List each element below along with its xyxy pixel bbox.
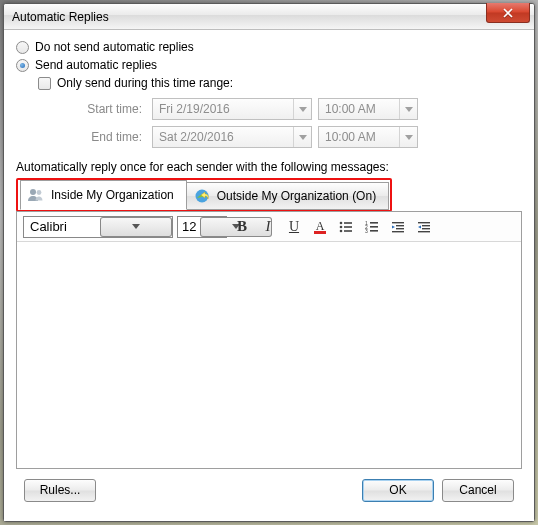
svg-rect-18 — [396, 225, 404, 226]
radio-no-send[interactable]: Do not send automatic replies — [16, 40, 522, 54]
chevron-down-icon — [100, 217, 172, 237]
tabs-highlight-box: Inside My Organization Outside My Organi… — [16, 178, 392, 212]
end-date-value: Sat 2/20/2016 — [153, 130, 293, 144]
svg-rect-17 — [392, 222, 404, 223]
underline-button[interactable]: U — [283, 216, 305, 238]
tab-inside-org[interactable]: Inside My Organization — [20, 180, 187, 210]
end-time-label: End time: — [76, 130, 146, 144]
tab-outside-label: Outside My Organization (On) — [217, 189, 376, 203]
font-family-value: Calibri — [24, 219, 100, 234]
svg-rect-19 — [396, 228, 404, 229]
bold-button[interactable]: B — [231, 216, 253, 238]
tabs: Inside My Organization Outside My Organi… — [20, 182, 388, 210]
svg-point-7 — [340, 225, 343, 228]
titlebar[interactable]: Automatic Replies — [4, 4, 534, 30]
svg-text:3: 3 — [365, 228, 368, 234]
client-area: Do not send automatic replies Send autom… — [4, 30, 534, 521]
font-size-value: 12 — [178, 219, 200, 234]
message-body-editor[interactable] — [17, 242, 521, 468]
svg-rect-22 — [422, 225, 430, 226]
end-time-combo[interactable]: 10:00 AM — [318, 126, 418, 148]
chevron-down-icon — [399, 99, 417, 119]
close-button[interactable] — [486, 3, 530, 23]
globe-reply-icon — [193, 187, 211, 205]
cancel-button[interactable]: Cancel — [442, 479, 514, 502]
radio-icon — [16, 41, 29, 54]
chevron-down-icon — [399, 127, 417, 147]
radio-icon — [16, 59, 29, 72]
italic-button[interactable]: I — [257, 216, 279, 238]
svg-text:A: A — [316, 219, 325, 233]
editor-panel: Calibri 12 B I U A — [16, 211, 522, 469]
tab-outside-org[interactable]: Outside My Organization (On) — [186, 182, 389, 210]
radio-send-label: Send automatic replies — [35, 58, 157, 72]
cancel-button-label: Cancel — [459, 483, 496, 497]
ok-button-label: OK — [389, 483, 406, 497]
window-title: Automatic Replies — [12, 10, 109, 24]
increase-indent-button[interactable] — [413, 216, 435, 238]
checkbox-time-range-label: Only send during this time range: — [57, 76, 233, 90]
svg-rect-20 — [392, 231, 404, 232]
rules-button-label: Rules... — [40, 483, 81, 497]
number-list-button[interactable]: 1 2 3 — [361, 216, 383, 238]
indent-icon — [416, 219, 432, 235]
font-color-icon: A — [312, 219, 328, 235]
svg-rect-21 — [418, 222, 430, 223]
people-icon — [27, 186, 45, 204]
end-time-value: 10:00 AM — [319, 130, 399, 144]
chevron-down-icon — [293, 127, 311, 147]
dialog-footer: Rules... OK Cancel — [16, 469, 522, 511]
svg-point-9 — [340, 229, 343, 232]
radio-send[interactable]: Send automatic replies — [16, 58, 522, 72]
svg-rect-10 — [344, 230, 352, 232]
section-label: Automatically reply once for each sender… — [16, 160, 522, 174]
svg-rect-6 — [344, 222, 352, 224]
svg-rect-14 — [370, 226, 378, 228]
chevron-down-icon — [293, 99, 311, 119]
svg-point-0 — [30, 189, 36, 195]
tab-inside-label: Inside My Organization — [51, 188, 174, 202]
number-list-icon: 1 2 3 — [364, 219, 380, 235]
start-date-value: Fri 2/19/2016 — [153, 102, 293, 116]
start-date-combo[interactable]: Fri 2/19/2016 — [152, 98, 312, 120]
start-time-combo[interactable]: 10:00 AM — [318, 98, 418, 120]
automatic-replies-dialog: Automatic Replies Do not send automatic … — [3, 3, 535, 522]
outdent-icon — [390, 219, 406, 235]
close-icon — [503, 8, 513, 18]
svg-point-1 — [37, 190, 42, 195]
rules-button[interactable]: Rules... — [24, 479, 96, 502]
time-range-grid: Start time: Fri 2/19/2016 10:00 AM End t… — [76, 98, 522, 148]
decrease-indent-button[interactable] — [387, 216, 409, 238]
editor-toolbar: Calibri 12 B I U A — [17, 212, 521, 242]
font-family-combo[interactable]: Calibri — [23, 216, 173, 238]
ok-button[interactable]: OK — [362, 479, 434, 502]
start-time-label: Start time: — [76, 102, 146, 116]
svg-rect-16 — [370, 230, 378, 232]
checkbox-time-range[interactable]: Only send during this time range: — [38, 76, 522, 90]
svg-rect-12 — [370, 222, 378, 224]
start-time-value: 10:00 AM — [319, 102, 399, 116]
svg-rect-23 — [422, 228, 430, 229]
font-size-combo[interactable]: 12 — [177, 216, 227, 238]
radio-no-send-label: Do not send automatic replies — [35, 40, 194, 54]
bullet-list-icon — [338, 219, 354, 235]
font-color-button[interactable]: A — [309, 216, 331, 238]
svg-rect-24 — [418, 231, 430, 232]
checkbox-icon — [38, 77, 51, 90]
svg-point-5 — [340, 221, 343, 224]
svg-rect-4 — [314, 231, 326, 234]
end-date-combo[interactable]: Sat 2/20/2016 — [152, 126, 312, 148]
bullet-list-button[interactable] — [335, 216, 357, 238]
svg-rect-8 — [344, 226, 352, 228]
